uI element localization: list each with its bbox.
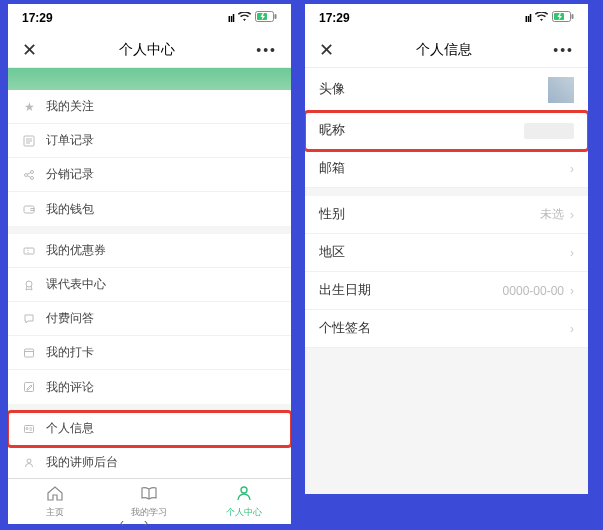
teacher-icon xyxy=(22,456,36,470)
more-icon[interactable]: ••• xyxy=(256,42,277,58)
row-label: 邮箱 xyxy=(319,160,345,177)
menu-group-1: ★ 我的关注 订单记录 分销记录 我的钱包 xyxy=(8,90,291,226)
card-icon xyxy=(22,422,36,436)
redacted-text xyxy=(524,123,574,139)
svg-point-26 xyxy=(241,487,247,493)
status-bar: 17:29 ııl xyxy=(305,4,588,32)
signal-icon: ııl xyxy=(228,12,234,24)
menu-group-2: 我的优惠券 课代表中心 付费问答 我的打卡 我的评论 xyxy=(8,234,291,404)
list-icon xyxy=(22,134,36,148)
menu-item-paidqa[interactable]: 付费问答 xyxy=(8,302,291,336)
wifi-icon xyxy=(535,11,548,25)
battery-icon xyxy=(255,11,277,25)
tab-study[interactable]: 我的学习 xyxy=(102,479,196,524)
svg-point-21 xyxy=(26,427,28,429)
menu-label: 个人信息 xyxy=(46,420,94,437)
chevron-right-icon: › xyxy=(570,208,574,222)
ticket-icon xyxy=(22,244,36,258)
menu-item-comments[interactable]: 我的评论 xyxy=(8,370,291,404)
close-icon[interactable]: ✕ xyxy=(319,39,334,61)
row-value: 0000-00-00 xyxy=(503,284,564,298)
nav-bar: ✕ 个人中心 ••• xyxy=(8,32,291,68)
svg-rect-13 xyxy=(31,209,34,211)
chat-icon xyxy=(22,312,36,326)
svg-line-11 xyxy=(27,175,31,177)
page-title: 个人信息 xyxy=(416,41,472,59)
svg-rect-14 xyxy=(24,248,34,254)
menu-item-distribution[interactable]: 分销记录 xyxy=(8,158,291,192)
menu-label: 课代表中心 xyxy=(46,276,106,293)
calendar-icon xyxy=(22,346,36,360)
nav-bar: ✕ 个人信息 ••• xyxy=(305,32,588,68)
chevron-left-icon[interactable]: ‹ xyxy=(120,516,124,530)
row-bio[interactable]: 个性签名 › xyxy=(305,310,588,348)
menu-item-orders[interactable]: 订单记录 xyxy=(8,124,291,158)
row-nickname[interactable]: 昵称 xyxy=(305,112,588,150)
menu-label: 付费问答 xyxy=(46,310,94,327)
menu-label: 我的钱包 xyxy=(46,201,94,218)
menu-label: 我的打卡 xyxy=(46,344,94,361)
header-banner xyxy=(8,68,291,90)
menu-item-follow[interactable]: ★ 我的关注 xyxy=(8,90,291,124)
signal-icon: ııl xyxy=(525,12,531,24)
svg-rect-29 xyxy=(572,14,574,19)
svg-line-10 xyxy=(27,172,31,174)
person-icon xyxy=(235,485,253,504)
menu-item-profile[interactable]: 个人信息 xyxy=(8,412,291,446)
svg-rect-12 xyxy=(24,206,34,213)
status-time: 17:29 xyxy=(22,11,53,25)
tab-home[interactable]: 主页 xyxy=(8,479,102,524)
menu-item-coupons[interactable]: 我的优惠券 xyxy=(8,234,291,268)
row-email[interactable]: 邮箱 › xyxy=(305,150,588,188)
menu-label: 我的优惠券 xyxy=(46,242,106,259)
row-label: 个性签名 xyxy=(319,320,371,337)
row-label: 出生日期 xyxy=(319,282,371,299)
menu-label: 分销记录 xyxy=(46,166,94,183)
menu-item-checkin[interactable]: 我的打卡 xyxy=(8,336,291,370)
tab-bar: 主页 我的学习 个人中心 xyxy=(8,478,291,524)
chevron-right-icon[interactable]: › xyxy=(144,516,148,530)
status-time: 17:29 xyxy=(319,11,350,25)
more-icon[interactable]: ••• xyxy=(553,42,574,58)
chevron-right-icon: › xyxy=(570,284,574,298)
badge-icon xyxy=(22,278,36,292)
page-title: 个人中心 xyxy=(119,41,175,59)
svg-rect-17 xyxy=(25,349,34,357)
chevron-right-icon: › xyxy=(570,322,574,336)
edit-icon xyxy=(22,380,36,394)
phone-right: 17:29 ııl ✕ 个人信息 ••• 头像 昵称 邮箱 › 性别 xyxy=(305,4,588,494)
row-value: 未选 xyxy=(540,206,564,223)
status-indicators: ııl xyxy=(525,11,574,25)
chevron-right-icon: › xyxy=(570,162,574,176)
menu-label: 订单记录 xyxy=(46,132,94,149)
menu-label: 我的关注 xyxy=(46,98,94,115)
row-region[interactable]: 地区 › xyxy=(305,234,588,272)
menu-item-wallet[interactable]: 我的钱包 xyxy=(8,192,291,226)
row-avatar[interactable]: 头像 xyxy=(305,68,588,112)
status-bar: 17:29 ııl xyxy=(8,4,291,32)
share-icon xyxy=(22,168,36,182)
avatar-value xyxy=(548,77,574,103)
row-label: 性别 xyxy=(319,206,345,223)
row-label: 昵称 xyxy=(319,122,345,139)
phone-left: 17:29 ııl ✕ 个人中心 ••• ★ 我的关注 订单记录 xyxy=(8,4,291,524)
wallet-icon xyxy=(22,202,36,216)
status-indicators: ııl xyxy=(228,11,277,25)
svg-rect-2 xyxy=(275,14,277,19)
tab-label: 个人中心 xyxy=(226,506,262,519)
pager-arrows: ‹ › xyxy=(120,516,148,530)
book-icon xyxy=(140,485,158,504)
row-label: 头像 xyxy=(319,81,345,98)
row-birth[interactable]: 出生日期 0000-00-00› xyxy=(305,272,588,310)
menu-item-lecturer[interactable]: 我的讲师后台 xyxy=(8,446,291,480)
menu-label: 我的讲师后台 xyxy=(46,454,118,471)
chevron-right-icon: › xyxy=(570,246,574,260)
row-gender[interactable]: 性别 未选› xyxy=(305,196,588,234)
menu-item-repcenter[interactable]: 课代表中心 xyxy=(8,268,291,302)
row-label: 地区 xyxy=(319,244,345,261)
menu-label: 我的评论 xyxy=(46,379,94,396)
tab-me[interactable]: 个人中心 xyxy=(197,479,291,524)
close-icon[interactable]: ✕ xyxy=(22,39,37,61)
avatar-thumbnail xyxy=(548,77,574,103)
tab-label: 主页 xyxy=(46,506,64,519)
